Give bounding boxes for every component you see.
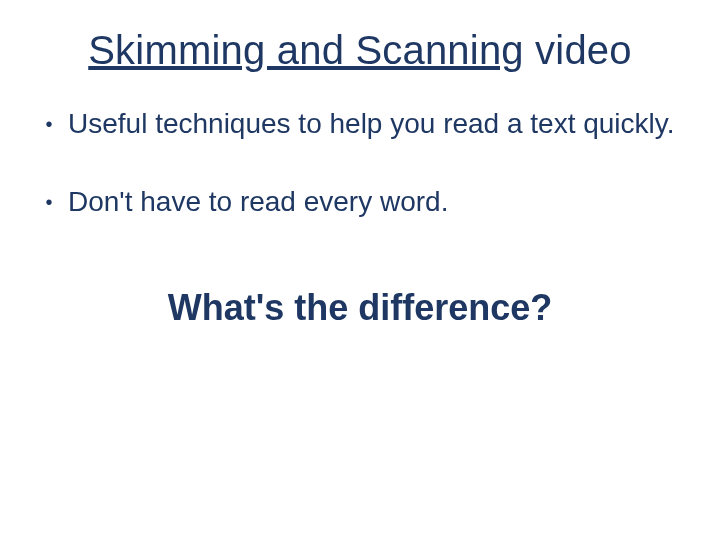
bullet-list: • Useful techniques to help you read a t…	[36, 107, 684, 219]
bullet-icon: •	[40, 107, 58, 141]
title-rest: video	[524, 28, 632, 72]
list-item: • Useful techniques to help you read a t…	[40, 107, 684, 141]
bullet-text: Don't have to read every word.	[68, 185, 684, 219]
list-item: • Don't have to read every word.	[40, 185, 684, 219]
slide: Skimming and Scanning video • Useful tec…	[0, 0, 720, 540]
bullet-icon: •	[40, 185, 58, 219]
bullet-text: Useful techniques to help you read a tex…	[68, 107, 684, 141]
slide-title: Skimming and Scanning video	[36, 28, 684, 73]
title-link[interactable]: Skimming and Scanning	[88, 28, 524, 72]
question-text: What's the difference?	[36, 287, 684, 329]
